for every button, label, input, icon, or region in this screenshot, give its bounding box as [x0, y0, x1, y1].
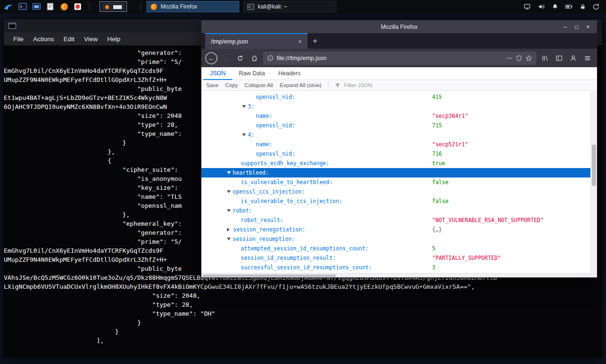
filter-json-input[interactable]: [343, 82, 414, 89]
url-bar[interactable]: file:///tmp/emp.json: [263, 52, 536, 65]
launcher-firefox[interactable]: [58, 1, 70, 12]
kali-menu-button[interactable]: [3, 1, 15, 12]
notifications-bell-icon[interactable]: [552, 3, 558, 10]
json-tree-row[interactable]: name:"secp521r1": [201, 140, 590, 149]
collapse-toggle-icon[interactable]: [227, 190, 231, 193]
vertical-scrollbar[interactable]: [590, 91, 597, 273]
menu-item-edit[interactable]: Edit: [63, 36, 74, 43]
library-button[interactable]: [539, 55, 551, 62]
filter-funnel-icon: [335, 83, 340, 88]
close-button[interactable]: ×: [584, 24, 592, 30]
json-key: 4:: [248, 132, 254, 138]
reload-button[interactable]: [235, 55, 246, 62]
screen-lock-icon[interactable]: [580, 3, 586, 10]
menu-item-file[interactable]: File: [13, 36, 24, 43]
viewer-tab-raw-data[interactable]: Raw Data: [232, 67, 271, 80]
json-tree-row[interactable]: openssl_nid:716: [201, 149, 590, 159]
toolbar-button-save[interactable]: Save: [206, 82, 218, 88]
vertical-scrollbar-thumb[interactable]: [592, 144, 596, 186]
json-tree-row[interactable]: session_resumption:: [201, 234, 590, 244]
json-key: robot_result:: [241, 217, 283, 223]
session-power-icon[interactable]: [593, 3, 599, 10]
menu-button[interactable]: [582, 55, 593, 62]
bookmark-star-icon[interactable]: [525, 55, 532, 62]
page-actions-icon[interactable]: [506, 55, 513, 62]
json-value: 5: [432, 245, 435, 252]
pocket-shield-icon[interactable]: [516, 55, 522, 62]
new-tab-button[interactable]: +: [308, 33, 323, 49]
json-tree-row[interactable]: supports_ecdh_key_exchange:true: [201, 159, 590, 168]
minimize-button[interactable]: –: [561, 24, 570, 30]
toolbar-button-copy[interactable]: Copy: [225, 82, 238, 88]
launcher-red-app[interactable]: [72, 1, 84, 12]
toolbar-button-collapse-all[interactable]: Collapse All: [244, 82, 273, 88]
forward-button[interactable]: →: [220, 54, 232, 62]
page-info-icon[interactable]: [267, 55, 273, 61]
json-value: false: [432, 179, 449, 186]
json-tree-row[interactable]: robot:: [201, 206, 590, 215]
launcher-terminal[interactable]: [17, 1, 29, 12]
account-button[interactable]: [568, 55, 579, 62]
launcher-files[interactable]: [30, 1, 43, 12]
forward-arrow-icon: →: [223, 54, 230, 62]
json-tree-row[interactable]: session_id_resumption_result:"PARTIALLY_…: [201, 253, 590, 263]
expand-toggle-icon[interactable]: [227, 228, 230, 231]
json-key: attempted_session_id_resumptions_count:: [241, 245, 369, 252]
launcher-text-editor[interactable]: [44, 1, 56, 12]
menu-item-actions[interactable]: Actions: [33, 36, 54, 43]
json-tree-row[interactable]: attempted_session_id_resumptions_count:5: [201, 244, 590, 253]
viewer-tab-json[interactable]: JSON: [203, 67, 232, 80]
json-tree-row[interactable]: is_vulnerable_to_heartbleed:false: [201, 178, 590, 187]
collapse-toggle-icon[interactable]: [227, 171, 231, 174]
json-key: openssl_nid:: [256, 122, 295, 129]
horizontal-scrollbar[interactable]: [201, 273, 597, 277]
taskbar-window-terminal[interactable]: kali@kali: ~: [244, 1, 336, 12]
taskbar-window-firefox[interactable]: Mozilla Firefox: [146, 1, 239, 12]
firefox-titlebar[interactable]: Mozilla Firefox – □ ×: [201, 20, 597, 33]
json-tree-row[interactable]: openssl_nid:415: [201, 92, 590, 102]
json-tree-row[interactable]: 3:: [201, 102, 590, 111]
toolbar-button-expand-all-slow[interactable]: Expand All (slow): [280, 82, 321, 88]
home-button[interactable]: [249, 55, 260, 62]
json-tree-row[interactable]: openssl_ccs_injection:: [201, 187, 590, 196]
browser-tab[interactable]: /tmp/emp.json ×: [205, 33, 308, 49]
json-tree-row[interactable]: openssl_nid:715: [201, 121, 590, 130]
menu-item-help[interactable]: Help: [107, 36, 120, 43]
back-button[interactable]: ←: [205, 52, 217, 64]
json-value: "secp521r1": [432, 141, 468, 148]
json-tree-row[interactable]: robot_result:"NOT_VULNERABLE_RSA_NOT_SUP…: [201, 215, 590, 225]
json-tree: openssl_nid:4153:name:"secp384r1"openssl…: [201, 91, 590, 273]
tab-close-icon[interactable]: ×: [296, 38, 304, 45]
volume-icon[interactable]: [538, 3, 545, 10]
jsonviewer-tabs: JSONRaw DataHeaders: [201, 67, 597, 80]
collapse-toggle-icon[interactable]: [227, 209, 231, 212]
json-tree-row[interactable]: is_vulnerable_to_ccs_injection:false: [201, 196, 590, 206]
battery-icon[interactable]: [565, 4, 573, 9]
json-tree-row[interactable]: session_renegotiation:{…}: [201, 225, 590, 234]
taskbar-separator: [89, 2, 90, 11]
maximize-button[interactable]: □: [572, 24, 581, 30]
json-value: true: [432, 160, 445, 167]
sidebar-button[interactable]: [553, 55, 565, 62]
json-tree-row[interactable]: 4:: [201, 130, 590, 140]
display-icon[interactable]: [524, 3, 531, 10]
firefox-launcher-icon: [60, 3, 68, 11]
collapse-toggle-icon[interactable]: [227, 238, 231, 240]
jsonviewer-buttons: SaveCopyCollapse AllExpand All (slow): [206, 82, 321, 88]
json-key: session_resumption:: [233, 236, 295, 242]
viewer-tab-headers[interactable]: Headers: [271, 67, 307, 80]
json-key: 3:: [248, 103, 254, 110]
workspace-switcher[interactable]: [99, 1, 127, 12]
json-tree-row[interactable]: successful_session_id_resumptions_count:…: [201, 263, 590, 272]
firefox-taskbar-icon: [150, 3, 157, 10]
menu-item-view[interactable]: View: [84, 36, 98, 43]
collapse-toggle-icon[interactable]: [242, 105, 246, 108]
json-value: {…}: [432, 226, 442, 233]
json-tree-row[interactable]: heartbleed:: [201, 168, 590, 178]
json-key: session_renegotiation:: [233, 226, 305, 233]
collapse-toggle-icon[interactable]: [242, 133, 246, 136]
json-tree-row[interactable]: name:"secp384r1": [201, 111, 590, 121]
horizontal-scrollbar-thumb[interactable]: [202, 275, 336, 277]
taskbar-window-label: kali@kali: ~: [258, 3, 287, 10]
json-key: openssl_ccs_injection:: [233, 188, 305, 195]
